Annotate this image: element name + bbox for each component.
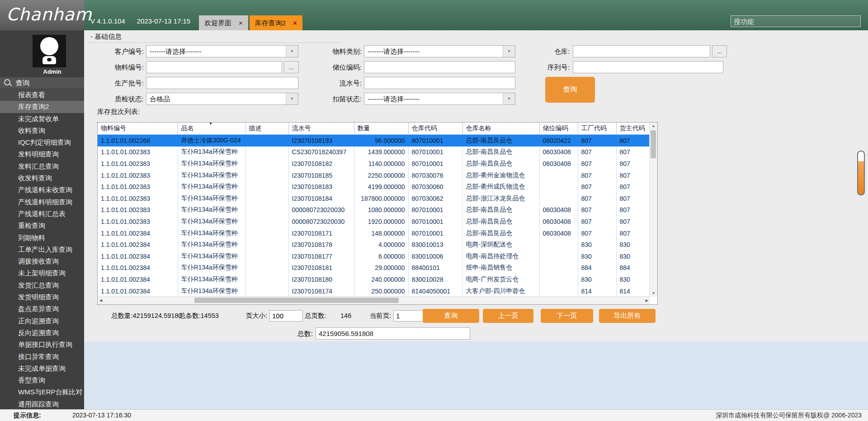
column-header[interactable]: 货主代码: [616, 123, 651, 135]
tab-库存查询2[interactable]: 库存查询2×: [250, 15, 302, 30]
cell: I23070108177: [288, 251, 354, 262]
scroll-down-icon[interactable]: ▼: [650, 291, 657, 295]
sidebar-item[interactable]: 发货汇总查询: [0, 279, 84, 291]
sidebar-item[interactable]: 反向追溯查询: [0, 327, 84, 339]
table-row[interactable]: 1.1.01.01.002383车仆R134a环保雪种I230701081841…: [98, 193, 651, 204]
sidebar-item[interactable]: 未上架明细查询: [0, 267, 84, 279]
sidebar-item[interactable]: 产线退料汇总表: [0, 208, 84, 220]
table-row[interactable]: 1.1.01.01.002383车仆R134a环保雪种I230701081852…: [98, 170, 651, 181]
next-page-button[interactable]: 下一页: [541, 309, 593, 323]
material-type-select[interactable]: -------请选择------- ▼: [364, 45, 515, 57]
avatar[interactable]: [33, 35, 66, 67]
column-header[interactable]: 储位编码: [539, 123, 578, 135]
batch-no-input[interactable]: [146, 77, 298, 89]
vertical-scrollbar-thumb[interactable]: [651, 130, 656, 158]
sidebar-item[interactable]: 发料明细查询: [0, 148, 84, 160]
sum-input[interactable]: [316, 327, 470, 340]
sidebar-item[interactable]: WMS与ERP台账比对: [0, 386, 84, 398]
sidebar-item[interactable]: 盘点差异查询: [0, 303, 84, 315]
cell: [245, 158, 288, 170]
customer-no-select[interactable]: -------请选择------- ▼: [146, 45, 298, 57]
column-header[interactable]: 工厂代码: [578, 123, 616, 135]
function-search-input[interactable]: [731, 15, 861, 27]
sidebar-item[interactable]: 接口异常查询: [0, 351, 84, 363]
serial-no-input[interactable]: [573, 61, 723, 73]
header-datetime: 2023-07-13 17:15: [137, 17, 190, 25]
window-scrollbar-thumb[interactable]: [857, 151, 865, 195]
column-header[interactable]: 流水号: [288, 123, 354, 135]
column-header[interactable]: 仓库代码: [408, 123, 462, 135]
chevron-down-icon[interactable]: ▼: [286, 93, 298, 104]
sidebar-item[interactable]: 通用跟踪查询: [0, 398, 84, 410]
scroll-up-icon[interactable]: ▲: [650, 124, 657, 128]
sidebar-item[interactable]: 库存查询2: [0, 101, 84, 113]
table-row[interactable]: 1.1.01.01.002384车仆R134a环保雪种I230701081784…: [98, 239, 651, 251]
cell: 807: [616, 193, 651, 204]
hold-status-select[interactable]: -------请选择------- ▼: [364, 93, 515, 105]
chevron-down-icon[interactable]: ▼: [503, 93, 515, 104]
table-row[interactable]: 1.1.01.01.002383车仆R134a环保雪种I230701081834…: [98, 181, 651, 193]
cell: 807: [578, 204, 616, 216]
tab-欢迎界面[interactable]: 欢迎界面×: [199, 15, 248, 30]
sidebar-item[interactable]: 香型查询: [0, 374, 84, 386]
flow-no-input[interactable]: [364, 77, 515, 89]
close-icon[interactable]: ×: [239, 15, 243, 30]
sidebar-item[interactable]: 收料查询: [0, 125, 84, 137]
material-no-browse-button[interactable]: ...: [284, 61, 299, 73]
sidebar-item[interactable]: 报表查看: [0, 89, 84, 101]
customer-no-value: -------请选择-------: [150, 46, 202, 57]
horizontal-scrollbar[interactable]: ◀ ▶: [98, 296, 650, 304]
sidebar-item[interactable]: 发料汇总查询: [0, 161, 84, 172]
table-row[interactable]: 1.1.01.01.002384车仆R134a环保雪种I230701081812…: [98, 262, 651, 274]
table-row[interactable]: 1.1.01.01.002383车仆R134a环保雪种I230701081821…: [98, 158, 651, 170]
column-header[interactable]: 物料编号: [98, 123, 178, 135]
column-header[interactable]: 仓库名称: [462, 123, 539, 135]
previous-page-button[interactable]: 上一页: [483, 309, 533, 323]
table-row[interactable]: 1.1.01.01.002384车仆R134a环保雪种I230701081711…: [98, 227, 651, 239]
sidebar-menu-header[interactable]: 查询: [0, 77, 84, 89]
material-no-input[interactable]: [146, 61, 282, 73]
sidebar-item[interactable]: 到期物料: [0, 232, 84, 244]
avatar-body: [42, 56, 56, 64]
cell: 车仆R134a环保雪种: [178, 239, 245, 251]
page-size-input[interactable]: [269, 310, 303, 322]
vertical-scrollbar[interactable]: ▲ ▼: [649, 123, 657, 297]
sidebar-item[interactable]: 收发料查询: [0, 172, 84, 184]
table-row[interactable]: 1.1.01.01.002384车仆R134a环保雪种I230701081776…: [98, 251, 651, 262]
chevron-down-icon[interactable]: ▼: [286, 46, 298, 57]
sidebar-item[interactable]: 发货明细查询: [0, 291, 84, 303]
qc-status-select[interactable]: 合格品 ▼: [146, 93, 298, 105]
close-icon[interactable]: ×: [293, 15, 297, 30]
table-row[interactable]: 1.1.01.01.002384车仆R134a环保雪种I230701081802…: [98, 274, 651, 285]
column-header[interactable]: 数量: [354, 123, 408, 135]
bin-code-input[interactable]: [364, 61, 515, 73]
sidebar-item[interactable]: 正向追溯查询: [0, 315, 84, 327]
column-header[interactable]: 描述: [245, 123, 288, 135]
query-button[interactable]: 查询: [545, 77, 595, 103]
cell: 1.1.01.01.002384: [98, 251, 178, 262]
sidebar-item[interactable]: 未完成单据查询: [0, 363, 84, 374]
current-page-input[interactable]: [393, 310, 423, 322]
table-row[interactable]: 1.1.01.01.002268奔德士冷媒300G-024I2307010819…: [98, 135, 651, 147]
warehouse-input[interactable]: [573, 45, 710, 57]
sidebar-item[interactable]: 未完成暂收单: [0, 113, 84, 125]
export-all-button[interactable]: 导出所有: [599, 309, 656, 323]
sidebar-item[interactable]: 产线退料明细查询: [0, 196, 84, 208]
table-row[interactable]: 1.1.01.01.002384车仆R134a环保雪种I230701081742…: [98, 285, 651, 297]
sidebar-item[interactable]: 产线退料未收查询: [0, 184, 84, 196]
scroll-left-icon[interactable]: ◀: [99, 298, 102, 303]
sidebar-item[interactable]: 单据接口执行查询: [0, 339, 84, 350]
warehouse-browse-button[interactable]: ...: [712, 45, 727, 57]
cell: 1.1.01.01.002268: [98, 135, 178, 147]
scroll-right-icon[interactable]: ▶: [646, 298, 648, 303]
table-row[interactable]: 1.1.01.01.002383车仆R134a环保雪种0000807230200…: [98, 216, 651, 227]
horizontal-scrollbar-thumb[interactable]: [194, 298, 399, 303]
table-row[interactable]: 1.1.01.01.002383车仆R134a环保雪种CS23070182403…: [98, 147, 651, 158]
sidebar-item[interactable]: 调拨接收查询: [0, 255, 84, 267]
cell: 830: [616, 239, 651, 251]
table-row[interactable]: 1.1.01.01.002383车仆R134a环保雪种0000807230200…: [98, 204, 651, 216]
sidebar-item[interactable]: 工单产出入库查询: [0, 244, 84, 255]
sidebar-item[interactable]: IQC判定明细查询: [0, 137, 84, 148]
pagination-query-button[interactable]: 查询: [423, 309, 479, 323]
sidebar-item[interactable]: 重检查询: [0, 220, 84, 232]
